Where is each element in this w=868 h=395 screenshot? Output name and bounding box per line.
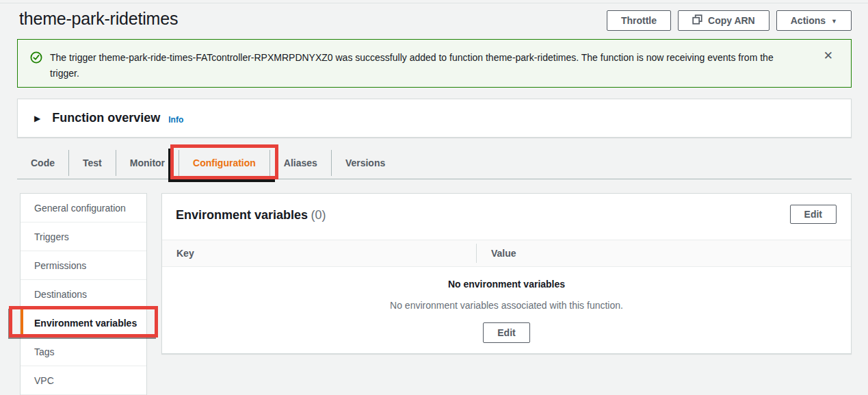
- success-check-icon: [30, 51, 42, 66]
- sidebar-item-tags[interactable]: Tags: [21, 337, 146, 366]
- sidebar-item-vpc[interactable]: VPC: [21, 366, 146, 395]
- throttle-button[interactable]: Throttle: [607, 10, 671, 31]
- sidebar-item-permissions[interactable]: Permissions: [21, 251, 146, 280]
- panel-count-badge: (0): [311, 208, 326, 222]
- success-banner-message: The trigger theme-park-ride-times-FATcon…: [50, 50, 789, 81]
- function-tabs: Code Test Monitor Configuration Aliases …: [17, 146, 852, 179]
- tab-aliases[interactable]: Aliases: [270, 146, 331, 179]
- close-icon[interactable]: ✕: [824, 50, 833, 62]
- page-title: theme-park-ridetimes: [19, 9, 178, 29]
- active-item-indicator: [21, 309, 23, 337]
- expand-triangle-icon[interactable]: ▶: [34, 114, 40, 123]
- environment-variables-panel-header: Environment variables (0) Edit: [162, 194, 851, 240]
- empty-state-edit-label: Edit: [497, 327, 515, 338]
- sidebar-item-environment-variables[interactable]: Environment variables: [21, 309, 146, 337]
- copy-icon: [692, 14, 702, 27]
- sidebar-item-general-configuration[interactable]: General configuration: [21, 194, 146, 222]
- edit-button-label: Edit: [804, 209, 822, 220]
- table-header-row: Key Value: [162, 240, 851, 267]
- actions-button[interactable]: Actions ▼: [776, 10, 852, 31]
- sidebar-item-destinations[interactable]: Destinations: [21, 280, 146, 309]
- copy-arn-button[interactable]: Copy ARN: [678, 10, 770, 31]
- configuration-sidebar: General configuration Triggers Permissio…: [20, 193, 147, 395]
- edit-button[interactable]: Edit: [790, 205, 837, 224]
- throttle-button-label: Throttle: [621, 15, 657, 26]
- empty-state: No environment variables No environment …: [162, 267, 851, 343]
- header-actions: Throttle Copy ARN Actions ▼: [607, 10, 852, 31]
- empty-state-edit-button[interactable]: Edit: [483, 322, 529, 343]
- chevron-down-icon: ▼: [831, 18, 837, 25]
- copy-arn-button-label: Copy ARN: [708, 15, 755, 26]
- function-overview-title[interactable]: Function overview: [52, 111, 160, 125]
- tab-configuration[interactable]: Configuration: [179, 146, 269, 179]
- empty-state-title: No environment variables: [162, 279, 851, 290]
- actions-button-label: Actions: [791, 15, 826, 26]
- column-header-key: Key: [162, 248, 476, 259]
- top-divider: [0, 3, 868, 3]
- tab-versions[interactable]: Versions: [332, 146, 399, 179]
- tab-monitor[interactable]: Monitor: [116, 146, 179, 179]
- lambda-function-page: theme-park-ridetimes Throttle Copy ARN A…: [0, 0, 868, 395]
- sidebar-item-triggers[interactable]: Triggers: [21, 222, 146, 251]
- tab-code[interactable]: Code: [17, 146, 68, 179]
- function-overview-section: ▶ Function overview Info: [17, 99, 852, 138]
- tab-test[interactable]: Test: [69, 146, 116, 179]
- info-link[interactable]: Info: [168, 115, 183, 125]
- environment-variables-panel: Environment variables (0) Edit Key Value…: [161, 193, 852, 354]
- panel-title: Environment variables: [176, 208, 308, 222]
- column-header-value: Value: [477, 248, 516, 259]
- success-banner: The trigger theme-park-ride-times-FATcon…: [17, 39, 852, 88]
- empty-state-description: No environment variables associated with…: [162, 300, 851, 311]
